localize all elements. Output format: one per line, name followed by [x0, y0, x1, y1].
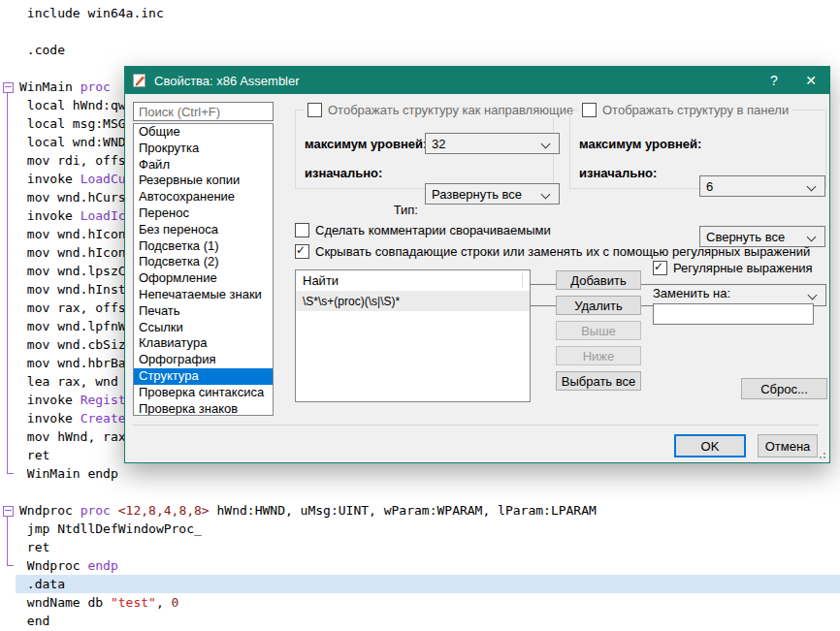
- category-item[interactable]: Подсветка (2): [134, 254, 273, 270]
- category-item[interactable]: Подсветка (1): [134, 238, 273, 255]
- panel-group-label: Отображать структуру в панели: [602, 103, 789, 117]
- category-item[interactable]: Резервные копии: [134, 173, 273, 189]
- category-item[interactable]: Проверка синтаксиса: [134, 385, 273, 401]
- reset-button[interactable]: Сброс...: [741, 378, 827, 399]
- code-line: ret: [19, 538, 49, 556]
- ok-button[interactable]: OK: [674, 434, 746, 457]
- hide-matching-row: Скрывать совпадающие строки или заменять…: [295, 244, 810, 259]
- fold-marker[interactable]: [3, 506, 14, 517]
- code-line: mov rax, offs: [19, 299, 126, 317]
- code-line: mov wnd.lpfnW: [19, 317, 126, 335]
- notepad-icon: [132, 73, 147, 88]
- code-line: WinMain proc: [19, 78, 111, 96]
- category-item[interactable]: Автосохранение: [134, 189, 273, 205]
- find-list[interactable]: Найти \S*\s+(proc)(\s|\S)*: [295, 269, 531, 402]
- comments-foldable-checkbox[interactable]: [295, 223, 309, 237]
- code-line: local msg:MSG: [19, 114, 126, 133]
- fold-marker[interactable]: [3, 82, 14, 93]
- code-line: include win64a.inc: [19, 4, 164, 22]
- code-line: mov rdi, offs: [19, 151, 126, 170]
- code-line: .data: [19, 575, 65, 593]
- code-line: Wndproc proc <12,8,4,8,8> hWnd:HWND, uMs…: [19, 501, 597, 520]
- code-line: local wnd:WND: [19, 133, 126, 151]
- regex-checkbox[interactable]: [653, 261, 667, 275]
- category-item[interactable]: Клавиатура: [134, 335, 273, 352]
- code-line: mov wnd.hbrBa: [19, 354, 126, 372]
- panel-max-levels-select[interactable]: 6: [699, 175, 825, 197]
- hide-matching-label: Скрывать совпадающие строки или заменять…: [315, 244, 810, 259]
- comments-foldable-label: Сделать комментарии сворачиваемыми: [315, 223, 551, 237]
- code-line: mov wnd.hIcon: [19, 225, 126, 243]
- category-item[interactable]: Без переноса: [134, 222, 273, 238]
- category-item[interactable]: Перенос: [134, 205, 273, 222]
- bottom-separator: [133, 425, 819, 426]
- regex-label: Регулярные выражения: [673, 261, 813, 275]
- code-line: mov wnd.hIcon: [19, 243, 126, 262]
- guides-initial-select[interactable]: Развернуть все: [425, 183, 560, 205]
- code-line: mov hWnd, rax: [19, 427, 126, 446]
- move-up-button: Выше: [556, 321, 641, 340]
- fold-line: [7, 91, 8, 473]
- hide-matching-checkbox[interactable]: [295, 244, 309, 259]
- code-line: Wndproc endp: [19, 556, 118, 575]
- code-line: mov wnd.hInst: [19, 280, 126, 299]
- code-line: local hWnd:qw: [19, 96, 126, 114]
- code-line: .code: [19, 41, 65, 59]
- search-input[interactable]: [133, 102, 274, 121]
- dialog-titlebar[interactable]: Свойства: x86 Assembler ? ✕: [125, 67, 829, 94]
- code-line: invoke LoadIc: [19, 206, 126, 225]
- add-button[interactable]: Добавить: [556, 270, 641, 290]
- panel-max-levels-label: максимум уровней:: [579, 137, 701, 151]
- fold-line-end: [7, 565, 14, 566]
- replace-input[interactable]: [653, 303, 814, 325]
- replace-label: Заменить на:: [653, 286, 730, 300]
- move-down-button: Ниже: [556, 346, 641, 365]
- panel-checkbox[interactable]: [582, 103, 597, 117]
- comments-foldable-row: Сделать комментарии сворачиваемыми: [295, 223, 551, 237]
- category-item[interactable]: Непечатаемые знаки: [134, 287, 273, 303]
- category-item[interactable]: Орфография: [134, 352, 273, 368]
- category-item[interactable]: Ссылки: [134, 320, 273, 336]
- category-item[interactable]: Проверка знаков: [134, 401, 273, 416]
- regex-row: Регулярные выражения: [653, 261, 813, 275]
- fold-line: [7, 515, 8, 565]
- category-item[interactable]: Файл: [134, 157, 273, 174]
- code-line: lea rax, wnd: [19, 372, 118, 391]
- guides-group-label: Отображать структуру как направляющие: [328, 103, 573, 117]
- code-line: WinMain endp: [19, 464, 118, 483]
- guides-checkbox[interactable]: [307, 103, 322, 117]
- code-line: invoke Regist: [19, 391, 126, 409]
- guides-max-levels-label: максимум уровней:: [305, 137, 427, 151]
- category-item[interactable]: Общие: [134, 124, 273, 141]
- category-item[interactable]: Прокрутка: [134, 141, 273, 157]
- code-line: wndName db "test", 0: [19, 593, 178, 612]
- dialog-title: Свойства: x86 Assembler: [154, 74, 756, 88]
- code-line: jmp NtdllDefWindowProc_: [19, 520, 202, 538]
- close-icon[interactable]: ✕: [792, 67, 829, 94]
- cancel-button[interactable]: Отмена: [758, 434, 818, 457]
- select-all-button[interactable]: Выбрать все: [556, 371, 641, 391]
- panel-initial-label: изначально:: [579, 166, 657, 180]
- help-button[interactable]: ?: [756, 67, 792, 94]
- code-line: invoke Create: [19, 409, 126, 427]
- code-line: mov wnd.hCurs: [19, 188, 126, 206]
- guides-initial-label: изначально:: [305, 166, 382, 180]
- find-list-body: \S*\s+(proc)(\s|\S)*: [296, 292, 530, 311]
- resize-grip[interactable]: [824, 457, 825, 458]
- code-line: end: [19, 612, 49, 630]
- find-list-header[interactable]: Найти: [296, 270, 530, 292]
- category-listbox[interactable]: ОбщиеПрокруткаФайлРезервные копииАвтосох…: [133, 123, 274, 416]
- code-line: mov wnd.cbSiz: [19, 335, 126, 354]
- current-line-highlight: [16, 575, 840, 593]
- type-label: Тип:: [348, 203, 418, 217]
- code-line: mov wnd.lpszC: [19, 262, 126, 280]
- find-list-row[interactable]: \S*\s+(proc)(\s|\S)*: [296, 292, 530, 311]
- category-item[interactable]: Структура: [134, 368, 273, 385]
- category-item[interactable]: Оформление: [134, 270, 273, 287]
- delete-button[interactable]: Удалить: [556, 296, 641, 315]
- code-line: invoke LoadCu: [19, 170, 126, 188]
- properties-dialog: Свойства: x86 Assembler ? ✕ ОбщиеПрокрут…: [124, 66, 830, 463]
- code-line: ret: [19, 446, 49, 464]
- category-item[interactable]: Печать: [134, 303, 273, 320]
- guides-max-levels-select[interactable]: 32: [425, 133, 560, 154]
